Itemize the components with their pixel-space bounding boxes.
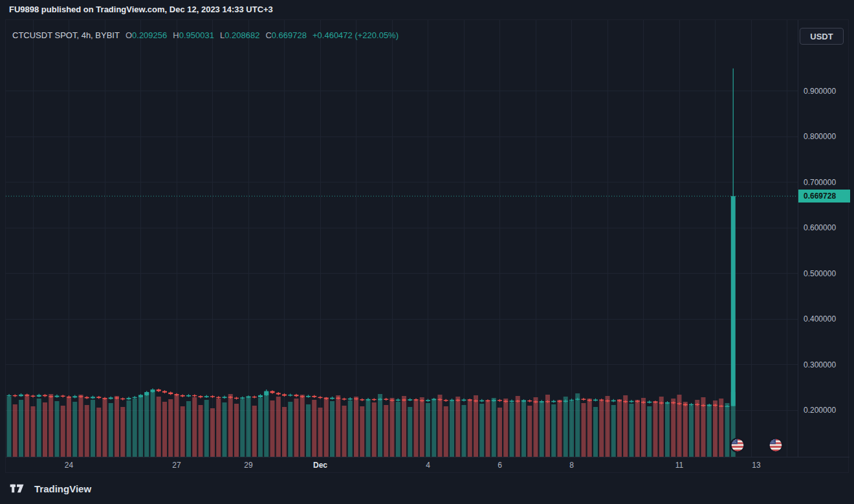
brand-name[interactable]: TradingView — [34, 483, 91, 494]
candle — [216, 396, 221, 399]
candle — [91, 396, 95, 399]
chart-frame: CTCUSDT SPOT, 4h, BYBIT O0.209256 H0.950… — [5, 19, 849, 473]
time-axis-label: 6 — [487, 457, 513, 474]
candle — [270, 390, 275, 394]
candle — [462, 399, 466, 402]
currency-toggle-usdt[interactable]: USDT — [800, 28, 844, 45]
grid — [6, 20, 798, 457]
candle — [168, 391, 173, 395]
candle — [7, 394, 12, 397]
price-axis-label: 0.200000 — [804, 405, 836, 415]
candlestick-chart[interactable] — [6, 20, 798, 457]
candle — [72, 395, 77, 399]
ohlc-low: L0.208682 — [220, 30, 259, 40]
time-axis-label: 4 — [415, 457, 441, 474]
candle — [204, 395, 209, 399]
price-axis[interactable]: USDT 0.669728 0.9000000.8000000.7000000.… — [798, 20, 849, 457]
candle — [55, 395, 60, 398]
price-axis-label: 0.800000 — [804, 131, 836, 142]
candle — [318, 396, 323, 399]
tradingview-logo[interactable] — [9, 483, 28, 494]
price-axis-label: 0.500000 — [804, 268, 836, 279]
candle — [234, 397, 239, 399]
time-axis-label: 29 — [235, 457, 261, 474]
candle — [199, 395, 203, 399]
time-axis-label: 24 — [56, 457, 82, 474]
time-axis-label: 27 — [164, 457, 190, 474]
candle — [360, 399, 364, 401]
candle — [426, 399, 430, 402]
us-flag-icon[interactable] — [768, 437, 783, 453]
price-axis-label: 0.600000 — [804, 223, 836, 233]
candle — [282, 393, 287, 397]
attribution-text: FU9898 published on TradingView.com, Dec… — [9, 5, 273, 14]
time-axis-label: 13 — [743, 457, 769, 474]
candle — [157, 389, 161, 392]
candle — [192, 394, 197, 397]
candle — [258, 394, 263, 398]
attribution-bar: FU9898 published on TradingView.com, Dec… — [0, 0, 854, 19]
candle — [551, 400, 556, 403]
candle — [593, 399, 598, 402]
candle — [630, 400, 634, 403]
time-axis[interactable]: 242729Dec4681113 — [6, 457, 849, 474]
chart-plot-area[interactable]: CTCUSDT SPOT, 4h, BYBIT O0.209256 H0.950… — [6, 20, 798, 457]
candle — [582, 398, 586, 400]
candle — [264, 389, 268, 396]
candle — [294, 394, 299, 397]
candle — [109, 397, 113, 400]
candle — [223, 396, 227, 399]
candle — [85, 396, 89, 399]
price-change: +0.460472 (+220.05%) — [312, 30, 399, 40]
candle — [240, 397, 245, 400]
ohlc-close: C0.669728 — [265, 30, 307, 40]
candle — [569, 399, 574, 401]
candle — [120, 397, 125, 400]
candle — [384, 398, 388, 400]
candle — [348, 397, 353, 400]
candle — [133, 396, 137, 399]
candles — [7, 69, 736, 408]
candle — [31, 395, 36, 397]
chart-legend: CTCUSDT SPOT, 4h, BYBIT O0.209256 H0.950… — [12, 29, 399, 41]
candle — [306, 395, 311, 398]
candle — [647, 400, 651, 404]
last-price-value: 0.669728 — [804, 192, 836, 201]
price-axis-label: 0.900000 — [804, 86, 836, 96]
candle — [37, 394, 41, 397]
us-flag-icon[interactable] — [730, 437, 745, 453]
candle — [144, 391, 149, 396]
candle — [276, 392, 281, 395]
candle — [13, 394, 17, 397]
time-axis-label: 11 — [666, 457, 692, 474]
candle — [689, 403, 694, 406]
price-axis-label: 0.300000 — [804, 360, 836, 370]
candle — [527, 400, 532, 402]
symbol-title[interactable]: CTCUSDT SPOT, 4h, BYBIT — [12, 30, 120, 40]
candle — [396, 399, 400, 402]
candle — [252, 396, 257, 399]
candle — [611, 399, 616, 402]
candle — [43, 394, 47, 397]
candle — [444, 399, 448, 402]
ohlc-open: O0.209256 — [126, 30, 167, 40]
candle — [162, 390, 167, 393]
candle — [127, 397, 131, 400]
candle — [372, 398, 377, 400]
candle — [330, 397, 334, 400]
time-axis-label: Dec — [307, 457, 333, 474]
candle — [342, 398, 347, 400]
candle — [479, 399, 484, 402]
candle — [210, 395, 215, 398]
candle — [19, 393, 23, 397]
time-axis-label: 8 — [559, 457, 585, 474]
candle — [186, 394, 191, 397]
candle — [61, 395, 65, 397]
price-axis-label: 0.400000 — [804, 314, 836, 324]
candle — [312, 395, 316, 399]
candle — [288, 393, 292, 396]
footer-bar: TradingView — [0, 473, 854, 504]
candle — [731, 69, 736, 406]
price-axis-label: 0.700000 — [804, 177, 836, 188]
last-price-badge: 0.669728 — [798, 190, 850, 203]
